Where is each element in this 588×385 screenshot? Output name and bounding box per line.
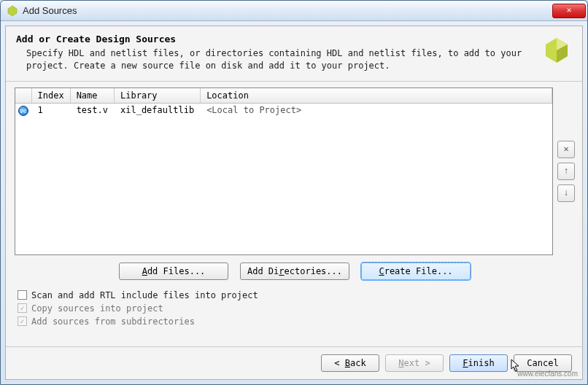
dialog-window: Add Sources ✕ Add or Create Design Sourc… bbox=[0, 0, 588, 385]
checkbox-label: Add sources from subdirectories bbox=[31, 316, 195, 327]
main-area: Index Name Library Location ve 1 test.v bbox=[6, 82, 582, 346]
add-directories-button[interactable]: Add Directories... bbox=[240, 262, 349, 280]
cell-library: xil_defaultlib bbox=[114, 103, 200, 117]
add-files-button[interactable]: Add Files... bbox=[119, 262, 228, 280]
checkbox-icon[interactable] bbox=[18, 290, 27, 300]
checkbox-label: Copy sources into project bbox=[31, 303, 163, 314]
col-index[interactable]: Index bbox=[31, 88, 70, 104]
verilog-file-icon: ve bbox=[18, 106, 28, 116]
move-down-button[interactable]: ↓ bbox=[557, 184, 575, 202]
checkbox-icon: ✓ bbox=[18, 316, 27, 326]
side-toolbar: ✕ ↑ ↓ bbox=[553, 88, 575, 255]
add-subdirs-option: ✓ Add sources from subdirectories bbox=[18, 315, 575, 328]
finish-button[interactable]: Finish bbox=[449, 354, 508, 372]
col-name[interactable]: Name bbox=[70, 88, 114, 104]
scan-rtl-option[interactable]: Scan and add RTL include files into proj… bbox=[18, 289, 575, 302]
col-icon bbox=[15, 88, 31, 104]
table-header-row: Index Name Library Location bbox=[15, 88, 552, 104]
back-button[interactable]: < Back bbox=[321, 354, 379, 372]
checkbox-label: Scan and add RTL include files into proj… bbox=[31, 290, 258, 300]
remove-button[interactable]: ✕ bbox=[557, 141, 575, 158]
vivado-logo-icon bbox=[541, 35, 572, 66]
wizard-footer: < Back Next > Finish Cancel bbox=[6, 346, 582, 379]
cell-location: <Local to Project> bbox=[201, 103, 552, 117]
svg-marker-0 bbox=[8, 6, 17, 16]
action-buttons: Add Files... Add Directories... Create F… bbox=[15, 255, 575, 287]
options-area: Scan and add RTL include files into proj… bbox=[15, 287, 575, 332]
close-button[interactable]: ✕ bbox=[552, 4, 586, 18]
move-up-button[interactable]: ↑ bbox=[557, 163, 575, 180]
app-icon bbox=[7, 5, 18, 17]
copy-sources-option: ✓ Copy sources into project bbox=[18, 302, 575, 315]
header-area: Add or Create Design Sources Specify HDL… bbox=[6, 26, 582, 82]
table-row[interactable]: ve 1 test.v xil_defaultlib <Local to Pro… bbox=[15, 103, 552, 117]
sources-table[interactable]: Index Name Library Location ve 1 test.v bbox=[15, 88, 553, 255]
col-location[interactable]: Location bbox=[201, 88, 552, 104]
cancel-button[interactable]: Cancel bbox=[514, 354, 572, 372]
checkbox-icon: ✓ bbox=[18, 303, 27, 313]
cell-index: 1 bbox=[31, 103, 70, 117]
window-title: Add Sources bbox=[23, 5, 552, 16]
next-button: Next > bbox=[385, 354, 444, 372]
col-library[interactable]: Library bbox=[114, 88, 200, 104]
titlebar[interactable]: Add Sources ✕ bbox=[1, 1, 587, 21]
page-description: Specify HDL and netlist files, or direct… bbox=[16, 47, 534, 72]
page-title: Add or Create Design Sources bbox=[16, 34, 534, 44]
cell-name: test.v bbox=[70, 103, 114, 117]
dialog-content: Add or Create Design Sources Specify HDL… bbox=[5, 26, 583, 380]
create-file-button[interactable]: Create File... bbox=[361, 262, 471, 280]
